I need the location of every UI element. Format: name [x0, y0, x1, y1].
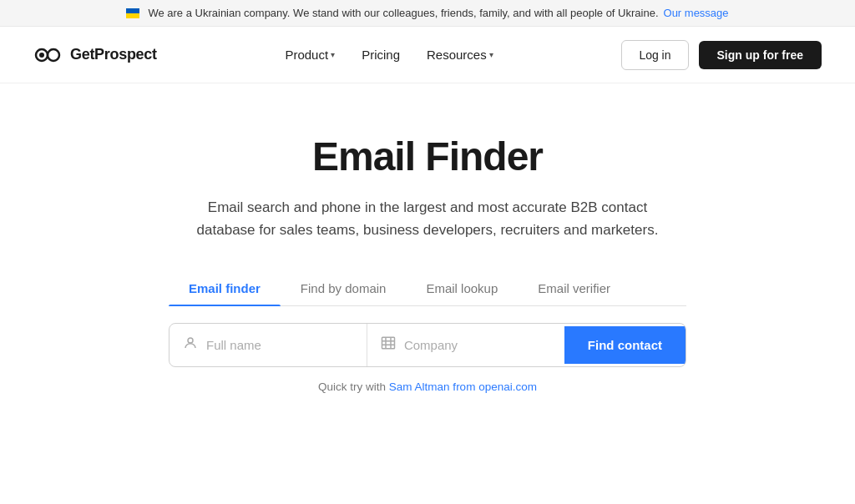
- tab-find-by-domain[interactable]: Find by domain: [281, 271, 407, 305]
- navbar: GetProspect Product ▾ Pricing Resources …: [0, 27, 855, 83]
- find-contact-button[interactable]: Find contact: [564, 326, 686, 364]
- logo-area[interactable]: GetProspect: [33, 45, 157, 65]
- nav-item-product[interactable]: Product ▾: [275, 41, 345, 68]
- building-icon: [381, 335, 396, 355]
- svg-point-4: [188, 338, 193, 343]
- banner-text: We are a Ukrainian company. We stand wit…: [148, 7, 658, 19]
- chevron-down-icon-resources: ▾: [489, 50, 493, 59]
- ukraine-flag-icon: [126, 8, 139, 18]
- svg-rect-5: [382, 338, 394, 350]
- person-icon: [183, 335, 198, 355]
- fullname-field-container: [169, 324, 367, 366]
- nav-links: Product ▾ Pricing Resources ▾: [275, 41, 503, 68]
- quick-try-text: Quick try with Sam Altman from openai.co…: [318, 381, 537, 393]
- tabs-container: Email finder Find by domain Email lookup…: [169, 271, 686, 306]
- fullname-input[interactable]: [206, 338, 353, 352]
- tab-email-finder[interactable]: Email finder: [169, 271, 281, 305]
- banner-link[interactable]: Our message: [664, 7, 729, 19]
- hero-subtitle: Email search and phone in the largest an…: [194, 196, 661, 241]
- nav-item-pricing[interactable]: Pricing: [352, 41, 410, 68]
- signup-button[interactable]: Sign up for free: [699, 41, 822, 69]
- chevron-down-icon: ▾: [331, 50, 335, 59]
- login-button[interactable]: Log in: [621, 40, 688, 70]
- hero-section: Email Finder Email search and phone in t…: [0, 83, 855, 393]
- company-input[interactable]: [404, 338, 551, 352]
- svg-point-1: [39, 53, 44, 58]
- hero-title: Email Finder: [312, 134, 543, 179]
- search-box: Find contact: [169, 323, 686, 367]
- svg-point-2: [48, 49, 59, 61]
- logo-icon: [33, 45, 63, 65]
- tab-email-verifier[interactable]: Email verifier: [518, 271, 630, 305]
- nav-actions: Log in Sign up for free: [621, 40, 822, 70]
- quick-try-link[interactable]: Sam Altman from openai.com: [389, 381, 537, 393]
- nav-item-resources[interactable]: Resources ▾: [417, 41, 503, 68]
- company-field-container: [367, 324, 564, 366]
- top-banner: We are a Ukrainian company. We stand wit…: [0, 0, 855, 27]
- logo-text: GetProspect: [70, 46, 157, 63]
- svg-point-3: [51, 53, 56, 58]
- tab-email-lookup[interactable]: Email lookup: [406, 271, 518, 305]
